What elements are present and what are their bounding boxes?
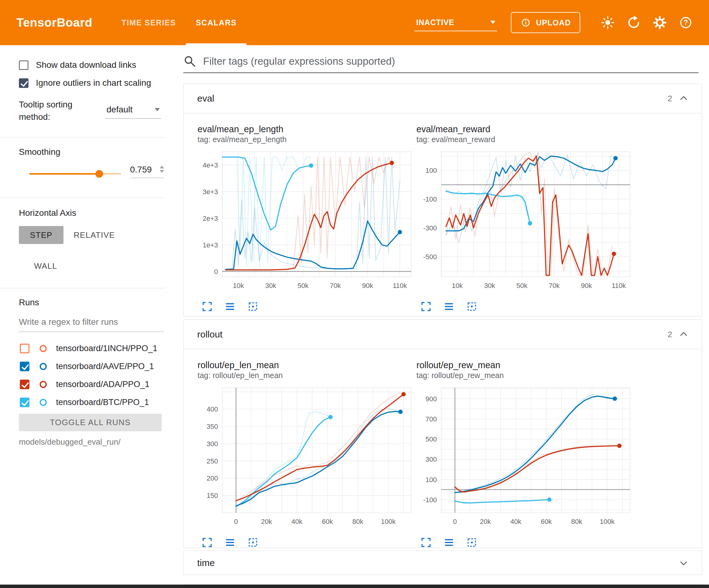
svg-text:700: 700 (425, 415, 437, 423)
axis-step-button[interactable]: STEP (19, 226, 63, 244)
svg-text:70k: 70k (330, 282, 341, 289)
chart-plot[interactable]: 020k40k60k80k100k150200250300350400 (198, 383, 413, 534)
slider-thumb[interactable] (95, 170, 103, 178)
header-actions: INACTIVE UPLOAD (414, 12, 695, 33)
svg-text:30k: 30k (484, 282, 495, 289)
run-item-btc[interactable]: tensorboard/BTC/PPO_1 (20, 393, 149, 411)
run-checkbox[interactable] (20, 344, 29, 353)
svg-text:150: 150 (207, 492, 218, 500)
run-color-ring (40, 363, 47, 370)
caret-down-icon (491, 21, 495, 24)
ignore-outliers-checkbox[interactable] (19, 78, 28, 88)
section-title: time (197, 558, 215, 568)
search-icon (183, 55, 196, 68)
chevron-up-icon[interactable] (679, 331, 688, 338)
brightness-toggle-button[interactable] (598, 13, 618, 32)
tab-scalars[interactable]: SCALARS (186, 0, 246, 45)
divider (0, 198, 165, 198)
chart-rollout-ep-len-mean: rollout/ep_len_mean tag: rollout/ep_len_… (198, 359, 414, 549)
fit-domain-icon[interactable] (248, 301, 258, 313)
slider-track[interactable] (29, 173, 121, 175)
tooltip-sorting-select[interactable]: default (105, 105, 161, 119)
run-checkbox[interactable] (20, 380, 29, 389)
help-button[interactable]: ? (676, 13, 695, 32)
tag-filter-placeholder: Filter tags (regular expressions support… (203, 55, 395, 67)
divider (0, 137, 165, 137)
refresh-button[interactable] (624, 13, 644, 32)
sidebar: Show data download links Ignore outliers… (0, 45, 167, 588)
section-header[interactable]: rollout 2 (184, 320, 702, 349)
status-dropdown[interactable]: INACTIVE (414, 14, 497, 31)
data-table-icon[interactable] (444, 537, 454, 549)
fullscreen-icon[interactable] (421, 537, 431, 549)
run-item-ada[interactable]: tensorboard/ADA/PPO_1 (20, 375, 150, 393)
data-table-icon[interactable] (225, 301, 235, 313)
chart-plot[interactable]: 020k40k60k80k100k-100100300500700900 (416, 383, 632, 534)
fullscreen-icon[interactable] (421, 301, 431, 313)
axis-relative-button[interactable]: RELATIVE (74, 226, 115, 244)
show-download-links-checkbox[interactable] (19, 60, 28, 70)
main-tabs: TIME SERIES SCALARS (111, 0, 246, 45)
run-checkbox[interactable] (20, 398, 29, 407)
section-title: rollout (197, 329, 222, 340)
tab-time-series[interactable]: TIME SERIES (111, 0, 186, 45)
run-color-ring (40, 399, 47, 406)
smoothing-value: 0.759 (130, 165, 152, 174)
smoothing-slider[interactable] (29, 170, 121, 177)
data-table-icon[interactable] (225, 537, 235, 549)
show-download-links-label: Show data download links (36, 60, 136, 70)
fullscreen-icon[interactable] (202, 301, 212, 313)
run-item-aave[interactable]: tensorboard/AAVE/PPO_1 (20, 357, 154, 375)
chevron-up-icon[interactable] (679, 95, 688, 102)
svg-text:0: 0 (234, 518, 238, 526)
tooltip-sorting-label: Tooltip sorting method: (19, 99, 90, 123)
svg-text:0: 0 (214, 268, 218, 276)
toggle-all-runs-button[interactable]: TOGGLE ALL RUNS (19, 414, 162, 431)
help-icon: ? (679, 16, 693, 30)
axis-wall-button[interactable]: WALL (34, 257, 57, 275)
chart-title: rollout/ep_len_mean (198, 359, 414, 370)
run-label: tensorboard/ADA/PPO_1 (56, 380, 150, 389)
fit-domain-icon[interactable] (467, 301, 477, 313)
divider (0, 288, 165, 288)
upload-button[interactable]: UPLOAD (511, 12, 580, 33)
chart-eval-mean-ep-length: eval/mean_ep_length tag: eval/mean_ep_le… (198, 124, 414, 313)
info-icon (520, 17, 531, 28)
svg-text:40k: 40k (510, 518, 521, 526)
chart-plot[interactable]: 10k30k50k70k90k110k100-100-300-500 (416, 147, 632, 298)
svg-text:300: 300 (207, 440, 218, 448)
ignore-outliers-row[interactable]: Ignore outliers in chart scaling (19, 78, 151, 88)
chevron-down-icon[interactable] (679, 560, 688, 566)
section-header[interactable]: time (184, 551, 702, 575)
run-item-1inch[interactable]: tensorboard/1INCH/PPO_1 (20, 339, 157, 357)
smoothing-value-field[interactable]: 0.759 (130, 165, 164, 178)
svg-text:-100: -100 (423, 496, 437, 504)
svg-text:90k: 90k (581, 282, 592, 289)
chart-plot[interactable]: 10k30k50k70k90k110k01e+32e+33e+34e+3 (198, 147, 413, 298)
spinner-down-icon[interactable] (160, 170, 164, 173)
bottom-edge-strip (0, 585, 709, 588)
run-label: tensorboard/AAVE/PPO_1 (56, 362, 154, 371)
data-table-icon[interactable] (444, 301, 454, 313)
section-card-rollout: rollout 2 rollout/ep_len_mean tag: rollo… (183, 319, 702, 548)
section-header[interactable]: eval 2 (184, 84, 702, 113)
status-value: INACTIVE (416, 18, 454, 27)
upload-label: UPLOAD (536, 18, 571, 27)
svg-text:-500: -500 (423, 253, 437, 261)
show-download-links-row[interactable]: Show data download links (19, 60, 136, 70)
fit-domain-icon[interactable] (467, 537, 477, 549)
svg-text:10k: 10k (233, 282, 244, 289)
brightness-icon (601, 16, 615, 30)
run-checkbox[interactable] (20, 362, 29, 371)
fullscreen-icon[interactable] (202, 537, 212, 549)
chart-tag: tag: rollout/ep_len_mean (198, 370, 414, 380)
settings-button[interactable] (650, 13, 669, 32)
spinner-up-icon[interactable] (160, 165, 164, 169)
number-spinner[interactable] (160, 165, 164, 173)
svg-text:350: 350 (207, 423, 218, 430)
runs-filter-input[interactable]: Write a regex to filter runs (19, 317, 164, 332)
chart-title: eval/mean_reward (416, 124, 633, 135)
tag-filter-input[interactable]: Filter tags (regular expressions support… (183, 50, 699, 73)
fit-domain-icon[interactable] (248, 537, 258, 549)
svg-text:1e+3: 1e+3 (203, 241, 218, 249)
